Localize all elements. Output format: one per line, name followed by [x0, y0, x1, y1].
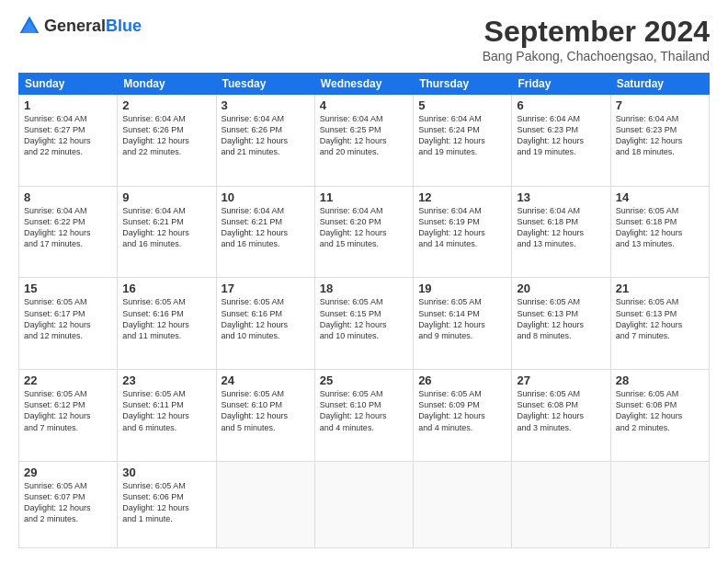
day-number: 30 [122, 465, 210, 479]
logo-blue: Blue [106, 17, 142, 35]
day-info: Sunrise: 6:05 AM Sunset: 6:07 PM Dayligh… [24, 480, 112, 525]
day-number: 20 [517, 282, 605, 295]
table-row: 30Sunrise: 6:05 AM Sunset: 6:06 PM Dayli… [118, 461, 216, 547]
day-number: 13 [517, 190, 605, 204]
day-info: Sunrise: 6:05 AM Sunset: 6:13 PM Dayligh… [616, 296, 704, 341]
day-number: 22 [24, 373, 112, 387]
calendar-week-3: 15Sunrise: 6:05 AM Sunset: 6:17 PM Dayli… [19, 278, 710, 370]
day-info: Sunrise: 6:04 AM Sunset: 6:27 PM Dayligh… [24, 113, 112, 158]
table-row: 24Sunrise: 6:05 AM Sunset: 6:10 PM Dayli… [216, 370, 314, 462]
calendar-table: Sunday Monday Tuesday Wednesday Thursday… [18, 73, 710, 548]
day-info: Sunrise: 6:04 AM Sunset: 6:26 PM Dayligh… [122, 113, 210, 158]
calendar-week-4: 22Sunrise: 6:05 AM Sunset: 6:12 PM Dayli… [19, 370, 710, 462]
day-number: 16 [122, 282, 210, 295]
table-row [314, 461, 413, 547]
day-number: 2 [122, 98, 210, 112]
day-number: 17 [222, 282, 310, 295]
day-info: Sunrise: 6:05 AM Sunset: 6:11 PM Dayligh… [122, 388, 210, 433]
calendar-week-1: 1Sunrise: 6:04 AM Sunset: 6:27 PM Daylig… [19, 95, 710, 187]
table-row [610, 461, 709, 547]
table-row: 3Sunrise: 6:04 AM Sunset: 6:26 PM Daylig… [216, 95, 314, 187]
table-row: 16Sunrise: 6:05 AM Sunset: 6:16 PM Dayli… [118, 278, 216, 370]
table-row: 15Sunrise: 6:05 AM Sunset: 6:17 PM Dayli… [19, 278, 118, 370]
day-info: Sunrise: 6:05 AM Sunset: 6:15 PM Dayligh… [320, 296, 408, 341]
table-row: 9Sunrise: 6:04 AM Sunset: 6:21 PM Daylig… [118, 186, 216, 278]
table-row: 25Sunrise: 6:05 AM Sunset: 6:10 PM Dayli… [314, 370, 413, 462]
day-info: Sunrise: 6:04 AM Sunset: 6:18 PM Dayligh… [517, 205, 605, 250]
day-info: Sunrise: 6:05 AM Sunset: 6:14 PM Dayligh… [418, 296, 506, 341]
day-number: 14 [616, 190, 704, 204]
table-row: 21Sunrise: 6:05 AM Sunset: 6:13 PM Dayli… [610, 278, 709, 370]
table-row: 12Sunrise: 6:04 AM Sunset: 6:19 PM Dayli… [414, 186, 512, 278]
table-row [216, 461, 314, 547]
day-info: Sunrise: 6:04 AM Sunset: 6:26 PM Dayligh… [222, 113, 310, 158]
day-info: Sunrise: 6:05 AM Sunset: 6:09 PM Dayligh… [418, 388, 506, 433]
location: Bang Pakong, Chachoengsao, Thailand [483, 49, 710, 63]
table-row [512, 461, 610, 547]
col-sunday: Sunday [19, 74, 118, 95]
day-info: Sunrise: 6:04 AM Sunset: 6:24 PM Dayligh… [418, 113, 506, 158]
day-info: Sunrise: 6:05 AM Sunset: 6:10 PM Dayligh… [222, 388, 310, 433]
day-info: Sunrise: 6:05 AM Sunset: 6:16 PM Dayligh… [222, 296, 310, 341]
day-number: 9 [122, 190, 210, 204]
day-number: 19 [418, 282, 506, 295]
day-number: 7 [616, 98, 704, 112]
day-info: Sunrise: 6:05 AM Sunset: 6:16 PM Dayligh… [122, 296, 210, 341]
table-row: 5Sunrise: 6:04 AM Sunset: 6:24 PM Daylig… [414, 95, 512, 187]
day-info: Sunrise: 6:05 AM Sunset: 6:12 PM Dayligh… [24, 388, 112, 433]
table-row: 29Sunrise: 6:05 AM Sunset: 6:07 PM Dayli… [19, 461, 118, 547]
table-row: 10Sunrise: 6:04 AM Sunset: 6:21 PM Dayli… [216, 186, 314, 278]
table-row: 6Sunrise: 6:04 AM Sunset: 6:23 PM Daylig… [512, 95, 610, 187]
day-number: 5 [418, 98, 506, 112]
day-number: 8 [24, 190, 112, 204]
table-row: 27Sunrise: 6:05 AM Sunset: 6:08 PM Dayli… [512, 370, 610, 462]
col-thursday: Thursday [414, 74, 512, 95]
table-row: 2Sunrise: 6:04 AM Sunset: 6:26 PM Daylig… [118, 95, 216, 187]
day-info: Sunrise: 6:05 AM Sunset: 6:13 PM Dayligh… [517, 296, 605, 341]
table-row [414, 461, 512, 547]
table-row: 14Sunrise: 6:05 AM Sunset: 6:18 PM Dayli… [610, 186, 709, 278]
table-row: 17Sunrise: 6:05 AM Sunset: 6:16 PM Dayli… [216, 278, 314, 370]
table-row: 23Sunrise: 6:05 AM Sunset: 6:11 PM Dayli… [118, 370, 216, 462]
logo: GeneralBlue [18, 15, 142, 37]
logo-icon [18, 15, 40, 37]
page: GeneralBlue September 2024 Bang Pakong, … [0, 0, 728, 563]
logo-general: General [44, 17, 106, 35]
day-info: Sunrise: 6:04 AM Sunset: 6:21 PM Dayligh… [122, 205, 210, 250]
col-friday: Friday [512, 74, 610, 95]
table-row: 22Sunrise: 6:05 AM Sunset: 6:12 PM Dayli… [19, 370, 118, 462]
day-info: Sunrise: 6:05 AM Sunset: 6:18 PM Dayligh… [616, 205, 704, 250]
day-number: 24 [222, 373, 310, 387]
day-info: Sunrise: 6:05 AM Sunset: 6:06 PM Dayligh… [122, 480, 210, 525]
table-row: 28Sunrise: 6:05 AM Sunset: 6:08 PM Dayli… [610, 370, 709, 462]
header: GeneralBlue September 2024 Bang Pakong, … [18, 15, 710, 63]
title-section: September 2024 Bang Pakong, Chachoengsao… [483, 15, 710, 63]
day-info: Sunrise: 6:05 AM Sunset: 6:10 PM Dayligh… [320, 388, 408, 433]
col-tuesday: Tuesday [216, 74, 314, 95]
col-saturday: Saturday [610, 74, 709, 95]
day-number: 11 [320, 190, 408, 204]
table-row: 1Sunrise: 6:04 AM Sunset: 6:27 PM Daylig… [19, 95, 118, 187]
day-number: 6 [517, 98, 605, 112]
table-row: 18Sunrise: 6:05 AM Sunset: 6:15 PM Dayli… [314, 278, 413, 370]
day-number: 23 [122, 373, 210, 387]
day-info: Sunrise: 6:04 AM Sunset: 6:23 PM Dayligh… [517, 113, 605, 158]
day-info: Sunrise: 6:05 AM Sunset: 6:08 PM Dayligh… [517, 388, 605, 433]
day-info: Sunrise: 6:05 AM Sunset: 6:08 PM Dayligh… [616, 388, 704, 433]
day-number: 3 [222, 98, 310, 112]
calendar-header-row: Sunday Monday Tuesday Wednesday Thursday… [19, 74, 710, 95]
day-number: 4 [320, 98, 408, 112]
table-row: 11Sunrise: 6:04 AM Sunset: 6:20 PM Dayli… [314, 186, 413, 278]
day-number: 1 [24, 98, 112, 112]
day-number: 12 [418, 190, 506, 204]
calendar-week-5: 29Sunrise: 6:05 AM Sunset: 6:07 PM Dayli… [19, 461, 710, 547]
day-number: 29 [24, 465, 112, 479]
day-number: 10 [222, 190, 310, 204]
day-info: Sunrise: 6:04 AM Sunset: 6:21 PM Dayligh… [222, 205, 310, 250]
table-row: 13Sunrise: 6:04 AM Sunset: 6:18 PM Dayli… [512, 186, 610, 278]
day-number: 26 [418, 373, 506, 387]
day-number: 21 [616, 282, 704, 295]
day-info: Sunrise: 6:04 AM Sunset: 6:19 PM Dayligh… [418, 205, 506, 250]
day-number: 15 [24, 282, 112, 295]
day-info: Sunrise: 6:04 AM Sunset: 6:20 PM Dayligh… [320, 205, 408, 250]
